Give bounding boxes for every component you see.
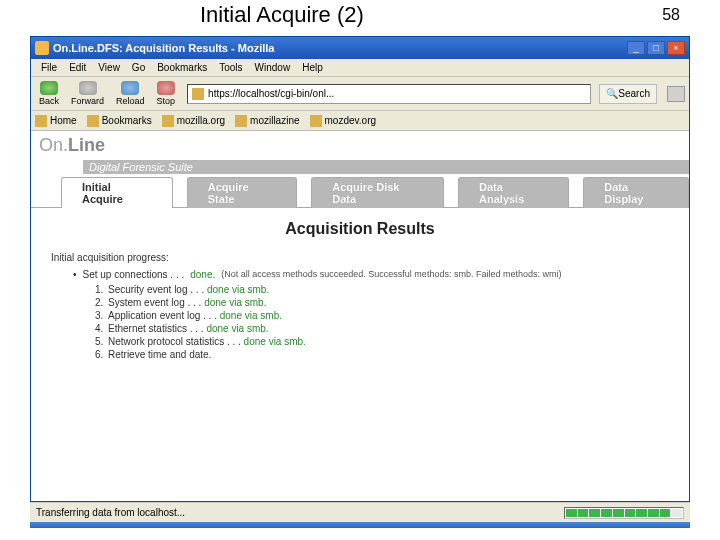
- window-titlebar: On.Line.DFS: Acquisition Results - Mozil…: [31, 37, 689, 59]
- url-text: https://localhost/cgi-bin/onl...: [208, 88, 334, 99]
- page-content: On.Line Digital Forensic Suite Initial A…: [31, 131, 689, 501]
- menu-view[interactable]: View: [92, 62, 126, 73]
- menu-bookmarks[interactable]: Bookmarks: [151, 62, 213, 73]
- page-heading: Acquisition Results: [31, 208, 689, 252]
- progress-label: Initial acquisition progress:: [51, 252, 669, 263]
- step-item: Ethernet statistics . . . done via smb.: [106, 323, 669, 336]
- bookmark-mozillazine[interactable]: mozillazine: [235, 115, 299, 127]
- step-item: Retrieve time and date.: [106, 349, 669, 362]
- nav-toolbar: Back Forward Reload Stop https://localho…: [31, 77, 689, 111]
- menu-file[interactable]: File: [35, 62, 63, 73]
- browser-window: On.Line.DFS: Acquisition Results - Mozil…: [30, 36, 690, 502]
- tab-data-display[interactable]: Data Display: [583, 177, 689, 208]
- brand-logo: On.Line: [39, 135, 105, 156]
- app-tabs: Initial Acquire Acquire State Acquire Di…: [31, 176, 689, 208]
- menu-bar: File Edit View Go Bookmarks Tools Window…: [31, 59, 689, 77]
- forward-button[interactable]: Forward: [67, 81, 108, 106]
- menu-window[interactable]: Window: [249, 62, 297, 73]
- tab-acquire-disk-data[interactable]: Acquire Disk Data: [311, 177, 444, 208]
- bookmark-toolbar: Home Bookmarks mozilla.org mozillazine m…: [31, 111, 689, 131]
- stop-button[interactable]: Stop: [153, 81, 180, 106]
- status-bar: Transferring data from localhost...: [30, 502, 690, 522]
- menu-help[interactable]: Help: [296, 62, 329, 73]
- results-body: Initial acquisition progress: • Set up c…: [31, 252, 689, 362]
- steps-list: Security event log . . . done via smb. S…: [51, 284, 669, 362]
- step-item: Application event log . . . done via smb…: [106, 310, 669, 323]
- lock-icon: [192, 88, 204, 100]
- maximize-button[interactable]: □: [647, 41, 665, 55]
- bookmark-mozdev[interactable]: mozdev.org: [310, 115, 377, 127]
- home-icon: [35, 115, 47, 127]
- minimize-button[interactable]: _: [627, 41, 645, 55]
- slide-title: Initial Acquire (2): [200, 2, 364, 28]
- back-icon: [40, 81, 58, 95]
- bookmark-mozilla[interactable]: mozilla.org: [162, 115, 225, 127]
- step-item: Security event log . . . done via smb.: [106, 284, 669, 297]
- step-item: System event log . . . done via smb.: [106, 297, 669, 310]
- forward-icon: [79, 81, 97, 95]
- setup-done: done.: [190, 269, 215, 280]
- step-item: Network protocol statistics . . . done v…: [106, 336, 669, 349]
- bookmark-icon: [235, 115, 247, 127]
- os-taskbar: [30, 522, 690, 528]
- setup-note: (Not all access methods succeeded. Succe…: [221, 269, 561, 280]
- bookmark-home[interactable]: Home: [35, 115, 77, 127]
- close-button[interactable]: ×: [667, 41, 685, 55]
- menu-edit[interactable]: Edit: [63, 62, 92, 73]
- menu-go[interactable]: Go: [126, 62, 151, 73]
- brand-header: On.Line: [31, 131, 689, 160]
- app-icon: [35, 41, 49, 55]
- menu-tools[interactable]: Tools: [213, 62, 248, 73]
- address-bar[interactable]: https://localhost/cgi-bin/onl...: [187, 84, 591, 104]
- stop-icon: [157, 81, 175, 95]
- reload-icon: [121, 81, 139, 95]
- reload-button[interactable]: Reload: [112, 81, 149, 106]
- bookmark-folder[interactable]: Bookmarks: [87, 115, 152, 127]
- status-message: Transferring data from localhost...: [36, 507, 564, 518]
- tab-acquire-state[interactable]: Acquire State: [187, 177, 297, 208]
- back-button[interactable]: Back: [35, 81, 63, 106]
- bookmark-icon: [162, 115, 174, 127]
- bookmark-icon: [310, 115, 322, 127]
- brand-sub: Digital Forensic Suite: [83, 160, 689, 174]
- tab-data-analysis[interactable]: Data Analysis: [458, 177, 569, 208]
- folder-icon: [87, 115, 99, 127]
- tab-initial-acquire[interactable]: Initial Acquire: [61, 177, 173, 208]
- slide-number: 58: [662, 2, 680, 28]
- window-title: On.Line.DFS: Acquisition Results - Mozil…: [53, 42, 625, 54]
- search-button[interactable]: 🔍 Search: [599, 84, 657, 104]
- progress-bar: [564, 507, 684, 519]
- print-button[interactable]: [667, 86, 685, 102]
- setup-row: • Set up connections . . . done. (Not al…: [51, 269, 669, 280]
